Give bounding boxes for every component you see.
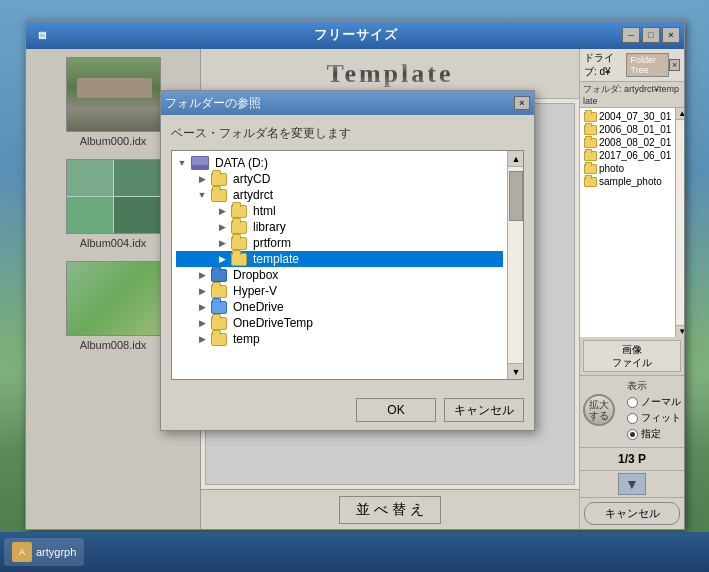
expand-icon: ▶: [216, 253, 228, 265]
folder-name-prtform: prtform: [253, 236, 291, 250]
folder-item-html[interactable]: ▶ html: [176, 203, 503, 219]
folder-name-onedrivetemp: OneDriveTemp: [233, 316, 313, 330]
folder-item-onedrivetemp[interactable]: ▶ OneDriveTemp: [176, 315, 503, 331]
folder-item-template[interactable]: ▶ template: [176, 251, 503, 267]
modal-title: フォルダーの参照: [165, 95, 261, 112]
tree-scrollbar: ▲ ▼: [507, 151, 523, 379]
expand-icon: ▶: [196, 333, 208, 345]
folder-item-artydrct[interactable]: ▼ artydrct: [176, 187, 503, 203]
folder-icon: [211, 317, 227, 330]
expand-icon: ▶: [196, 317, 208, 329]
folder-browse-dialog: フォルダーの参照 × ベース・フォルダ名を変更します ▼ DATA (D:): [160, 90, 535, 431]
folder-item-library[interactable]: ▶ library: [176, 219, 503, 235]
modal-overlay: フォルダーの参照 × ベース・フォルダ名を変更します ▼ DATA (D:): [0, 0, 709, 572]
folder-name-template: template: [253, 252, 299, 266]
folder-icon-selected: [231, 253, 247, 266]
expand-icon: ▶: [196, 269, 208, 281]
collapse-icon: ▼: [176, 157, 188, 169]
folder-item-hyperv[interactable]: ▶ Hyper-V: [176, 283, 503, 299]
drive-label-item: DATA (D:): [215, 156, 268, 170]
folder-item-prtform[interactable]: ▶ prtform: [176, 235, 503, 251]
tree-scroll-up[interactable]: ▲: [508, 151, 524, 167]
drive-icon: [191, 156, 209, 170]
folder-name-artydrct: artydrct: [233, 188, 273, 202]
modal-body: ベース・フォルダ名を変更します ▼ DATA (D:) ▶ art: [161, 115, 534, 390]
folder-icon: [231, 237, 247, 250]
modal-titlebar: フォルダーの参照 ×: [161, 91, 534, 115]
folder-icon: [211, 189, 227, 202]
folder-name-library: library: [253, 220, 286, 234]
dropbox-icon: [211, 269, 227, 282]
modal-footer: OK キャンセル: [161, 390, 534, 430]
expand-icon: ▶: [196, 285, 208, 297]
folder-name-artycd: artyCD: [233, 172, 270, 186]
expand-icon: ▶: [196, 173, 208, 185]
tree-scroll-down[interactable]: ▼: [508, 363, 524, 379]
folder-icon: [231, 205, 247, 218]
folder-icon: [211, 333, 227, 346]
onedrive-icon: [211, 301, 227, 314]
modal-subtitle: ベース・フォルダ名を変更します: [171, 125, 524, 142]
cancel-button[interactable]: キャンセル: [444, 398, 524, 422]
collapse-icon: ▼: [196, 189, 208, 201]
expand-icon: ▶: [216, 237, 228, 249]
modal-close-button[interactable]: ×: [514, 96, 530, 110]
folder-icon: [211, 173, 227, 186]
folder-name-onedrive: OneDrive: [233, 300, 284, 314]
expand-icon: ▶: [216, 221, 228, 233]
expand-icon: ▶: [216, 205, 228, 217]
folder-item-dropbox[interactable]: ▶ Dropbox: [176, 267, 503, 283]
folder-icon: [231, 221, 247, 234]
expand-icon: ▶: [196, 301, 208, 313]
folder-name-html: html: [253, 204, 276, 218]
folder-item-onedrive[interactable]: ▶ OneDrive: [176, 299, 503, 315]
folder-item-temp[interactable]: ▶ temp: [176, 331, 503, 347]
folder-name-dropbox: Dropbox: [233, 268, 278, 282]
folder-name-temp: temp: [233, 332, 260, 346]
folder-icon: [211, 285, 227, 298]
ok-button[interactable]: OK: [356, 398, 436, 422]
drive-item[interactable]: ▼ DATA (D:): [176, 155, 503, 171]
folder-item-artycd[interactable]: ▶ artyCD: [176, 171, 503, 187]
folder-name-hyperv: Hyper-V: [233, 284, 277, 298]
